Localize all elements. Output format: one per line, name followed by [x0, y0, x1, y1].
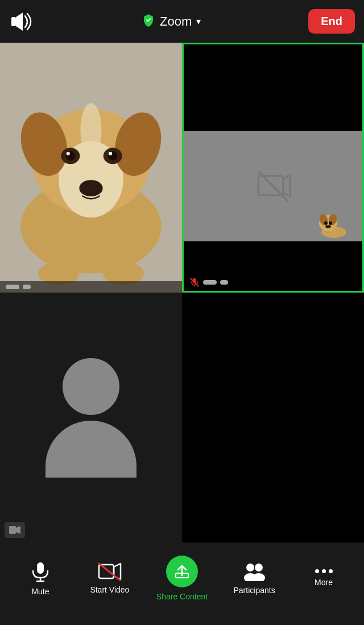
name-bar-dog	[0, 281, 182, 293]
avatar-container	[46, 293, 136, 542]
more-button[interactable]: More	[301, 569, 346, 587]
dog-video-art	[0, 43, 182, 293]
video-cell-dog	[0, 43, 182, 293]
volume-icon	[9, 9, 34, 34]
svg-marker-33	[16, 526, 20, 534]
share-label: Share Content	[156, 592, 208, 601]
chevron-down-icon[interactable]: ▾	[196, 16, 201, 27]
avatar-body	[46, 421, 136, 478]
participants-button[interactable]: Participants	[231, 562, 277, 595]
name-text-4	[220, 280, 228, 285]
video-cell-avatar	[0, 293, 182, 542]
zoom-info[interactable]: Zoom ▾	[142, 13, 201, 30]
camera-off-top-black	[184, 44, 362, 131]
svg-rect-34	[37, 562, 44, 574]
share-content-button[interactable]: Share Content	[156, 556, 208, 601]
svg-rect-0	[11, 17, 16, 26]
shield-icon	[142, 13, 155, 30]
header: Zoom ▾ End	[0, 0, 364, 43]
svg-rect-37	[99, 565, 114, 578]
mute-button[interactable]: Mute	[18, 561, 63, 596]
video-cell-black	[182, 293, 364, 542]
participants-icon	[243, 562, 266, 581]
svg-marker-1	[16, 13, 23, 31]
more-icon	[315, 569, 333, 573]
volume-control[interactable]	[9, 9, 34, 34]
toolbar: Mute Start Video Share Content	[0, 542, 364, 625]
more-label: More	[315, 578, 333, 587]
svg-point-15	[79, 180, 102, 196]
muted-mic-icon	[189, 277, 200, 287]
svg-point-42	[246, 564, 254, 571]
zoom-label: Zoom	[160, 14, 192, 29]
camera-off-middle	[184, 131, 362, 242]
video-slash-icon	[98, 562, 122, 581]
svg-point-26	[324, 221, 328, 225]
camera-off-icon	[255, 168, 291, 204]
svg-point-16	[80, 103, 101, 156]
svg-marker-20	[283, 175, 290, 196]
share-content-icon	[166, 556, 198, 587]
participants-label: Participants	[234, 586, 275, 595]
end-button[interactable]: End	[308, 9, 355, 34]
video-grid	[0, 43, 364, 542]
svg-point-11	[67, 152, 70, 155]
thumbnail-badge	[5, 522, 25, 538]
video-label: Start Video	[90, 585, 129, 594]
mute-label: Mute	[31, 587, 49, 596]
name-text-1	[6, 285, 19, 289]
svg-rect-32	[9, 526, 16, 534]
avatar-head	[63, 358, 119, 415]
svg-point-44	[255, 564, 263, 571]
name-text-2	[23, 285, 31, 289]
svg-point-28	[325, 225, 331, 228]
svg-point-14	[109, 152, 112, 155]
svg-point-27	[329, 221, 332, 225]
name-bar-camera-off	[184, 274, 362, 291]
name-text-3	[203, 280, 217, 285]
mic-icon	[30, 561, 51, 582]
start-video-button[interactable]: Start Video	[87, 562, 133, 594]
small-dog-icon	[317, 211, 351, 239]
thumbnail-icon	[9, 526, 20, 534]
video-cell-camera-off	[182, 43, 364, 293]
